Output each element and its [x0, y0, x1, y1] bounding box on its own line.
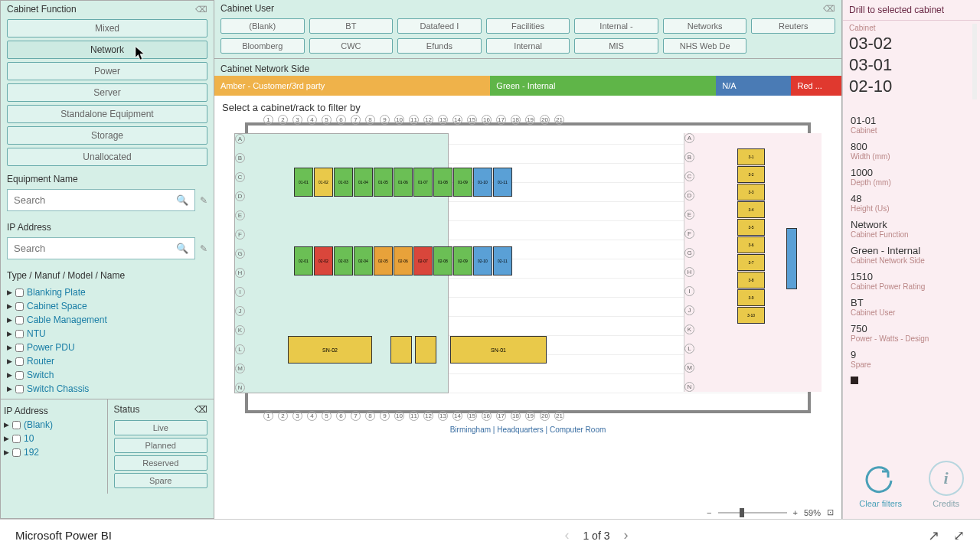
cabinet[interactable]: 02-08	[433, 246, 452, 276]
ip-search-input[interactable]	[14, 243, 176, 254]
cabinet-user-button[interactable]: Efunds	[397, 38, 482, 54]
cabinet-function-mixed[interactable]: Mixed	[7, 19, 207, 37]
tree-checkbox[interactable]	[15, 316, 24, 324]
cabinet[interactable]: 01-01	[294, 168, 313, 197]
equipment-search-input[interactable]	[14, 194, 176, 206]
ip-checkbox[interactable]	[12, 435, 21, 443]
cabinet-user-button[interactable]: CWC	[309, 38, 394, 54]
tree-checkbox[interactable]	[15, 330, 24, 338]
tree-checkbox[interactable]	[15, 289, 24, 297]
fullscreen-icon[interactable]: ⤢	[953, 527, 965, 544]
tree-item[interactable]: ▶Cabinet Space	[7, 299, 207, 313]
ip-item[interactable]: ▶10	[4, 432, 104, 445]
cabinet[interactable]: 01-10	[473, 168, 492, 197]
tree-checkbox[interactable]	[15, 357, 24, 366]
tree-item[interactable]: ▶Switch	[7, 368, 207, 382]
status-planned[interactable]: Planned	[114, 438, 208, 453]
cabinet-user-button[interactable]: NHS Web De	[663, 38, 747, 54]
cabinet[interactable]: 3-2	[737, 166, 765, 183]
legend-red[interactable]: Red ...	[791, 76, 841, 96]
ip-item[interactable]: ▶(Blank)	[4, 418, 104, 432]
cabinet[interactable]: 3-7	[737, 254, 765, 271]
cabinet-user-button[interactable]: MIS	[574, 38, 658, 54]
cabinet[interactable]: 02-07	[413, 246, 433, 276]
ip-checkbox[interactable]	[12, 448, 21, 457]
cabinet[interactable]: 3-8	[737, 272, 765, 289]
scrollbar[interactable]	[972, 24, 977, 99]
cabinet[interactable]: 02-09	[453, 246, 472, 276]
cabinet-block[interactable]	[786, 228, 797, 289]
cabinet[interactable]: 3-9	[737, 289, 765, 306]
cabinet[interactable]: 01-11	[493, 168, 512, 197]
zoom-slider[interactable]	[718, 512, 787, 514]
ip-item[interactable]: ▶192	[4, 445, 104, 459]
tree-item[interactable]: ▶Switch Chassis	[7, 382, 207, 396]
drill-cabinet-item[interactable]: 02-10	[849, 77, 974, 96]
floor-plan[interactable]: 123456789101112131415161718192021 123456…	[245, 122, 811, 413]
credits-button[interactable]: i Credits	[929, 461, 964, 508]
cabinet[interactable]: 01-06	[394, 168, 413, 197]
cabinet-user-button[interactable]: Networks	[663, 18, 747, 34]
cabinet[interactable]: 3-3	[737, 184, 765, 201]
eraser-icon[interactable]: ⌫	[823, 4, 835, 14]
cabinet-function-unallocated[interactable]: Unallocated	[7, 148, 207, 166]
tree-checkbox[interactable]	[15, 371, 24, 380]
cabinet[interactable]: 3-10	[737, 307, 765, 324]
equipment-search[interactable]: 🔍	[7, 189, 195, 211]
cabinet[interactable]: 02-01	[294, 246, 313, 276]
tree-item[interactable]: ▶Blanking Plate	[7, 285, 207, 299]
cabinet[interactable]: 3-4	[737, 201, 765, 218]
cabinet[interactable]: 3-5	[737, 219, 765, 236]
tree-checkbox[interactable]	[15, 302, 24, 311]
eraser-icon[interactable]: ⌫	[195, 5, 207, 15]
cabinet[interactable]: 01-08	[433, 168, 452, 197]
cabinet-user-button[interactable]: Facilities	[486, 18, 570, 34]
legend-na[interactable]: N/A	[716, 76, 791, 96]
cabinet-user-button[interactable]: BT	[309, 18, 394, 34]
ip-search[interactable]: 🔍	[7, 237, 195, 259]
cabinet[interactable]: 02-06	[394, 246, 413, 276]
legend-green[interactable]: Green - Internal	[490, 76, 716, 96]
legend-amber[interactable]: Amber - Customer/3rd party	[214, 76, 490, 96]
cabinet[interactable]: 02-11	[493, 246, 512, 276]
cabinet-user-button[interactable]: Internal	[486, 38, 570, 54]
tree-item[interactable]: ▶NTU	[7, 327, 207, 341]
cabinet-function-power[interactable]: Power	[7, 62, 207, 80]
edit-icon[interactable]: ✎	[200, 195, 207, 206]
cabinet[interactable]: 01-04	[354, 168, 373, 197]
status-reserved[interactable]: Reserved	[114, 455, 208, 471]
tree-item[interactable]: ▶Cable Management	[7, 313, 207, 327]
cabinet[interactable]: 3-6	[737, 236, 765, 253]
cabinet[interactable]: 01-05	[374, 168, 393, 197]
cabinet[interactable]: 02-03	[334, 246, 353, 276]
tree-item[interactable]: ▶Router	[7, 354, 207, 368]
tree-item[interactable]: ▶Power PDU	[7, 341, 207, 354]
cabinet[interactable]: 02-10	[473, 246, 492, 276]
cabinet-block[interactable]: SN-02	[288, 336, 372, 364]
cabinet-block[interactable]: SN-01	[450, 336, 547, 364]
cabinet-user-button[interactable]: Datafeed I	[397, 18, 482, 34]
cabinet[interactable]: 02-02	[314, 246, 333, 276]
cabinet-function-standalone-equipment[interactable]: Standalone Equipment	[7, 105, 207, 123]
zoom-fit-icon[interactable]: ⊡	[827, 507, 834, 517]
cabinet-function-server[interactable]: Server	[7, 83, 207, 102]
cabinet-user-button[interactable]: Internal -	[574, 18, 658, 34]
cabinet-block[interactable]	[390, 336, 412, 364]
cabinet-user-button[interactable]: Reuters	[751, 18, 835, 34]
status-live[interactable]: Live	[114, 420, 208, 435]
cabinet[interactable]: 01-03	[334, 168, 353, 197]
cabinet-block[interactable]	[415, 336, 436, 364]
drill-cabinet-item[interactable]: 03-01	[849, 55, 974, 75]
zoom-in-button[interactable]: +	[793, 508, 798, 517]
cabinet[interactable]: 3-1	[737, 148, 765, 165]
tree-checkbox[interactable]	[15, 344, 24, 352]
status-spare[interactable]: Spare	[114, 473, 208, 488]
search-icon[interactable]: 🔍	[176, 243, 188, 254]
next-page-button[interactable]: ›	[623, 527, 628, 543]
cabinet-user-button[interactable]: (Blank)	[220, 18, 305, 34]
ip-checkbox[interactable]	[12, 421, 21, 429]
edit-icon[interactable]: ✎	[200, 243, 207, 254]
cabinet-user-button[interactable]: Bloomberg	[220, 38, 305, 54]
clear-filters-button[interactable]: Clear filters	[859, 465, 902, 508]
tree-checkbox[interactable]	[15, 385, 24, 393]
